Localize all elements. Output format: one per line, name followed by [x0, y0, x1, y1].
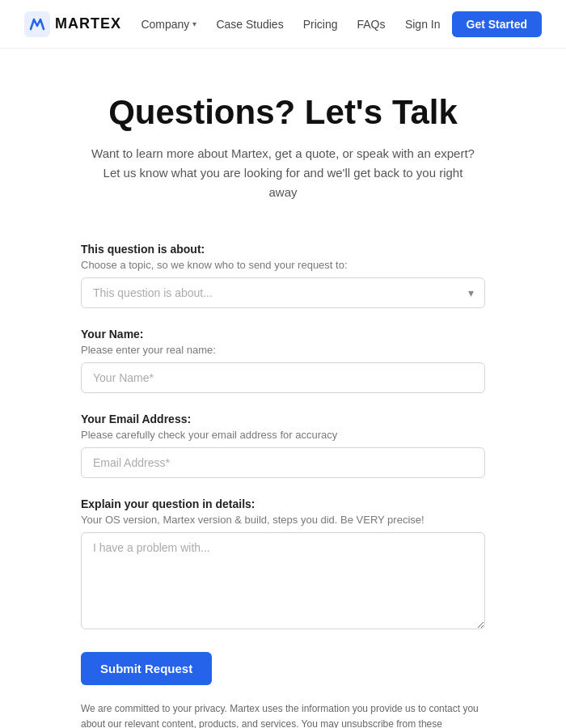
hero-title: Questions? Let's Talk [65, 94, 501, 131]
hero-section: Questions? Let's Talk Want to learn more… [0, 49, 566, 235]
nav-link-company[interactable]: Company ▾ [141, 18, 196, 31]
name-input[interactable] [81, 362, 485, 393]
nav-link-pricing[interactable]: Pricing [303, 18, 338, 31]
nav-item-pricing[interactable]: Pricing [303, 17, 338, 32]
nav-actions: Sign In Get Started [405, 11, 542, 37]
topic-select-wrapper: This question is about... [81, 277, 485, 308]
email-label: Your Email Address: [81, 413, 485, 425]
email-input[interactable] [81, 447, 485, 478]
contact-form: This question is about: Choose a topic, … [0, 235, 566, 728]
nav-links: Company ▾ Case Studies Pricing FAQs [141, 17, 385, 32]
topic-label: This question is about: [81, 243, 485, 256]
privacy-notice: We are committed to your privacy. Martex… [81, 701, 485, 728]
details-field-group: Explain your question in details: Your O… [81, 497, 485, 633]
topic-select[interactable]: This question is about... [81, 277, 485, 308]
sign-in-link[interactable]: Sign In [405, 18, 441, 31]
logo[interactable]: MARTEX [24, 11, 121, 37]
hero-subtitle: Want to learn more about Martex, get a q… [89, 144, 477, 202]
logo-text: MARTEX [55, 15, 121, 32]
navbar: MARTEX Company ▾ Case Studies Pricing FA… [0, 0, 566, 49]
nav-link-case-studies[interactable]: Case Studies [216, 18, 283, 31]
email-hint: Please carefully check your email addres… [81, 429, 485, 441]
get-started-button[interactable]: Get Started [452, 11, 542, 37]
nav-item-company[interactable]: Company ▾ [141, 18, 196, 31]
email-field-group: Your Email Address: Please carefully che… [81, 413, 485, 478]
topic-field-group: This question is about: Choose a topic, … [81, 243, 485, 308]
name-field-group: Your Name: Please enter your real name: [81, 328, 485, 393]
name-label: Your Name: [81, 328, 485, 341]
nav-item-faqs[interactable]: FAQs [357, 17, 385, 32]
name-hint: Please enter your real name: [81, 344, 485, 356]
topic-hint: Choose a topic, so we know who to send y… [81, 259, 485, 271]
details-label: Explain your question in details: [81, 497, 485, 510]
nav-link-faqs[interactable]: FAQs [357, 18, 385, 31]
submit-button[interactable]: Submit Request [81, 652, 212, 685]
logo-icon [24, 11, 50, 37]
chevron-down-icon: ▾ [192, 19, 196, 28]
details-hint: Your OS version, Martex version & build,… [81, 514, 485, 526]
nav-item-case-studies[interactable]: Case Studies [216, 17, 283, 32]
details-textarea[interactable] [81, 532, 485, 629]
